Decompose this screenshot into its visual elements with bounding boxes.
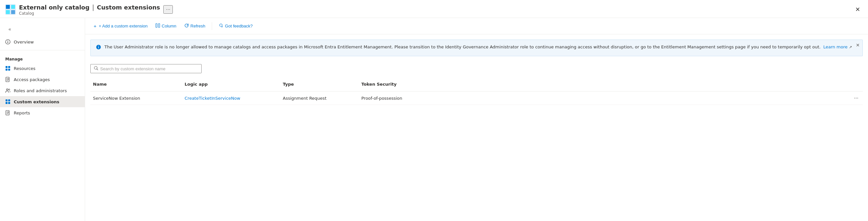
svg-rect-11: [8, 69, 10, 71]
toolbar: + + Add a custom extension Column Refres…: [85, 18, 868, 34]
svg-rect-19: [8, 99, 10, 101]
info-banner: The User Administrator role is no longer…: [90, 40, 863, 56]
svg-rect-6: [7, 41, 8, 43]
svg-point-34: [98, 46, 99, 46]
info-banner-icon: [96, 44, 101, 52]
sidebar-item-reports-label: Reports: [14, 110, 30, 115]
col-actions: [850, 80, 863, 88]
svg-rect-3: [6, 10, 10, 14]
sidebar-item-resources-label: Resources: [14, 66, 35, 71]
header-title-block: External only catalog | Custom extension…: [19, 3, 160, 16]
toolbar-separator: [212, 22, 212, 30]
row-more-button[interactable]: ···: [850, 93, 863, 103]
refresh-button-label: Refresh: [190, 24, 206, 29]
svg-rect-18: [6, 99, 7, 101]
title-separator: |: [92, 3, 94, 11]
page-title: Custom extensions: [97, 4, 160, 11]
document-icon: [5, 77, 10, 82]
row-logic-app: CreateTicketInServiceNow: [182, 93, 280, 103]
header-title: External only catalog | Custom extension…: [19, 3, 160, 11]
search-icon: [94, 66, 98, 71]
sidebar-item-overview-label: Overview: [14, 40, 34, 44]
row-token-security: Proof-of-possession: [359, 93, 850, 103]
header-more-button[interactable]: ···: [163, 5, 173, 14]
sidebar: « Overview Manage Resources Access packa…: [0, 18, 85, 221]
search-section: [85, 62, 868, 77]
row-name: ServiceNow Extension: [90, 93, 182, 103]
svg-rect-2: [11, 5, 15, 9]
svg-rect-4: [11, 10, 15, 14]
sidebar-item-custom-extensions-label: Custom extensions: [14, 99, 59, 104]
svg-rect-21: [8, 102, 10, 104]
table-header: Name Logic app Type Token Security: [90, 77, 863, 91]
sidebar-divider: [0, 50, 85, 50]
learn-more-link[interactable]: Learn more: [823, 44, 847, 49]
content-area: + + Add a custom extension Column Refres…: [85, 18, 868, 221]
info-icon: [5, 39, 10, 44]
col-type: Type: [280, 80, 359, 88]
column-icon: [155, 23, 160, 29]
close-button[interactable]: ✕: [852, 5, 863, 14]
svg-point-17: [8, 89, 10, 90]
info-banner-text: The User Administrator role is no longer…: [104, 44, 852, 50]
report-icon: [5, 110, 10, 115]
azure-catalog-icon: [5, 4, 16, 15]
add-custom-extension-button[interactable]: + + Add a custom extension: [90, 21, 151, 31]
add-button-label: + Add a custom extension: [99, 24, 148, 29]
logic-app-link[interactable]: CreateTicketInServiceNow: [185, 96, 240, 101]
add-icon: +: [94, 23, 97, 29]
sidebar-item-roles-administrators[interactable]: Roles and administrators: [0, 85, 85, 96]
table-section: Name Logic app Type Token Security Servi…: [85, 77, 868, 221]
info-banner-close-button[interactable]: ✕: [856, 42, 860, 48]
search-box: [90, 64, 202, 73]
sidebar-collapse-button[interactable]: «: [5, 25, 14, 34]
svg-rect-20: [6, 102, 7, 104]
sidebar-item-reports[interactable]: Reports: [0, 107, 85, 118]
svg-rect-9: [8, 66, 10, 68]
people-icon: [5, 88, 10, 93]
svg-rect-1: [6, 5, 10, 9]
refresh-button[interactable]: Refresh: [181, 21, 209, 31]
sidebar-manage-label: Manage: [0, 53, 85, 63]
column-button-label: Column: [162, 24, 177, 29]
svg-rect-8: [6, 66, 7, 68]
grid-icon: [5, 66, 10, 71]
puzzle-icon: [5, 99, 10, 104]
sidebar-item-access-packages-label: Access packages: [14, 77, 50, 82]
svg-rect-27: [158, 24, 160, 28]
sidebar-item-overview[interactable]: Overview: [0, 36, 85, 47]
search-input[interactable]: [100, 66, 198, 71]
row-type: Assignment Request: [280, 93, 359, 103]
sidebar-item-resources[interactable]: Resources: [0, 63, 85, 74]
svg-line-36: [97, 69, 98, 70]
sidebar-item-roles-label: Roles and administrators: [14, 88, 67, 93]
feedback-icon: [219, 23, 223, 29]
sidebar-item-access-packages[interactable]: Access packages: [0, 74, 85, 85]
main-layout: « Overview Manage Resources Access packa…: [0, 18, 868, 221]
feedback-button-label: Got feedback?: [225, 24, 253, 29]
col-logic-app: Logic app: [182, 80, 280, 88]
header-left: External only catalog | Custom extension…: [5, 3, 173, 16]
catalog-name: External only catalog: [19, 4, 89, 11]
refresh-icon: [184, 23, 189, 29]
table-row: ServiceNow Extension CreateTicketInServi…: [90, 91, 863, 105]
svg-rect-10: [6, 69, 7, 71]
svg-point-16: [6, 89, 8, 90]
feedback-button[interactable]: Got feedback?: [215, 21, 256, 31]
header: External only catalog | Custom extension…: [0, 0, 868, 18]
col-name: Name: [90, 80, 182, 88]
sidebar-item-custom-extensions[interactable]: Custom extensions: [0, 96, 85, 107]
external-link-icon: ↗: [849, 45, 852, 49]
svg-point-7: [7, 41, 8, 41]
svg-rect-33: [98, 47, 99, 49]
col-token-security: Token Security: [359, 80, 850, 88]
header-subtitle: Catalog: [19, 11, 160, 16]
svg-rect-26: [156, 24, 157, 28]
column-button[interactable]: Column: [152, 21, 180, 31]
